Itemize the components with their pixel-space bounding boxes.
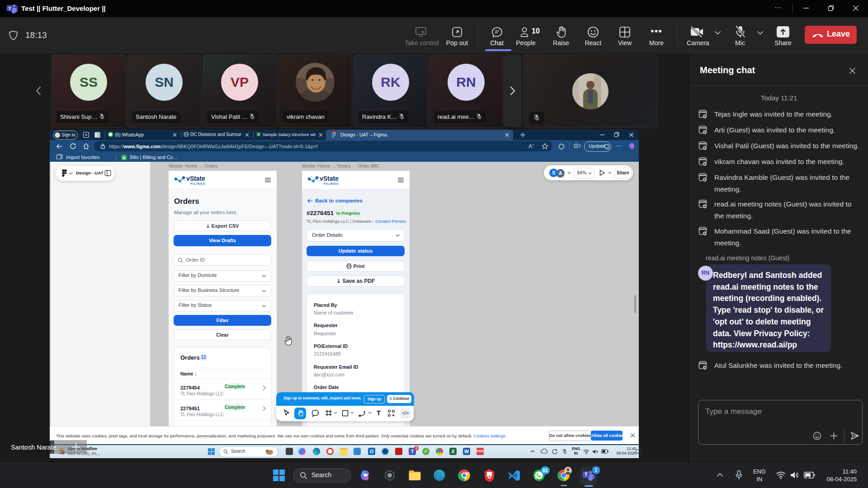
svg-text:vState: vState bbox=[320, 175, 339, 182]
svg-text:T: T bbox=[9, 6, 11, 11]
svg-text:T: T bbox=[585, 472, 588, 477]
svg-text:!: ! bbox=[608, 146, 609, 149]
svg-text:FILINGS: FILINGS bbox=[324, 182, 339, 185]
svg-text:X: X bbox=[257, 132, 260, 136]
svg-text:A: A bbox=[528, 143, 532, 150]
svg-text:vState: vState bbox=[186, 175, 205, 182]
svg-text:B: B bbox=[123, 155, 126, 160]
svg-text:FILINGS: FILINGS bbox=[190, 182, 205, 185]
